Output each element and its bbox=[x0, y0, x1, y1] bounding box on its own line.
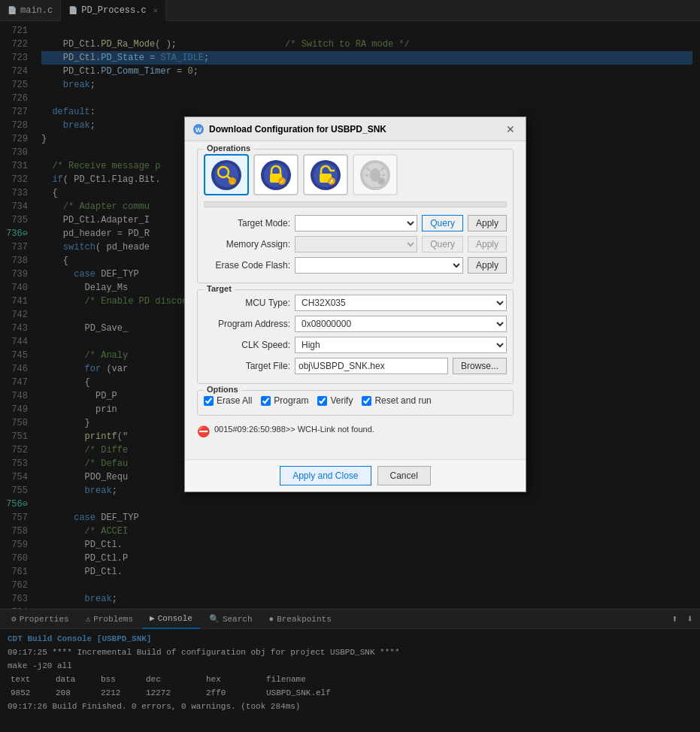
options-group: Options Erase All Program Verify Reset a… bbox=[197, 390, 514, 416]
op-button-search[interactable]: ↓ bbox=[204, 154, 249, 195]
clk-speed-row: CLK Speed: High Medium Low bbox=[204, 337, 507, 353]
dialog-title-text: Download Configuration for USBPD_SNK bbox=[209, 124, 503, 135]
mcu-type-row: MCU Type: CH32X035 bbox=[204, 295, 507, 311]
verify-checkbox-label[interactable]: Verify bbox=[317, 395, 353, 406]
program-address-select[interactable]: 0x08000000 bbox=[295, 316, 507, 332]
svg-text:✓: ✓ bbox=[280, 179, 284, 184]
verify-checkbox[interactable] bbox=[317, 396, 327, 406]
reset-and-run-checkbox-label[interactable]: Reset and run bbox=[362, 395, 431, 406]
op-button-bug bbox=[353, 154, 398, 195]
status-error-icon: ⛔ bbox=[197, 425, 210, 437]
target-mode-select[interactable] bbox=[295, 215, 417, 231]
clk-speed-select[interactable]: High Medium Low bbox=[295, 337, 507, 353]
erase-all-checkbox[interactable] bbox=[204, 396, 214, 406]
memory-assign-label: Memory Assign: bbox=[204, 239, 290, 250]
cancel-button[interactable]: Cancel bbox=[377, 466, 431, 485]
target-group: Target MCU Type: CH32X035 Program Addres… bbox=[197, 289, 514, 384]
dialog-footer: Apply and Close Cancel bbox=[185, 459, 526, 492]
svg-text:W: W bbox=[195, 126, 202, 134]
dialog-close-button[interactable]: ✕ bbox=[503, 122, 518, 137]
download-config-dialog: W Download Configuration for USBPD_SNK ✕… bbox=[184, 116, 526, 492]
operations-label: Operations bbox=[204, 144, 253, 153]
target-mode-row: Target Mode: Query Apply bbox=[204, 215, 507, 231]
progress-bar-container bbox=[204, 201, 507, 207]
svg-text:✗: ✗ bbox=[329, 179, 334, 184]
memory-assign-apply-button: Apply bbox=[468, 236, 507, 253]
svg-text:↓: ↓ bbox=[231, 179, 234, 184]
erase-all-checkbox-label[interactable]: Erase All bbox=[204, 395, 252, 406]
target-label: Target bbox=[204, 284, 235, 293]
target-file-input[interactable] bbox=[295, 358, 448, 374]
program-address-label: Program Address: bbox=[204, 319, 290, 329]
dialog-titlebar: W Download Configuration for USBPD_SNK ✕ bbox=[185, 117, 526, 141]
erase-code-flash-row: Erase Code Flash: Apply bbox=[204, 257, 507, 274]
program-address-row: Program Address: 0x08000000 bbox=[204, 316, 507, 332]
erase-code-flash-select[interactable] bbox=[295, 257, 463, 274]
target-mode-apply-button[interactable]: Apply bbox=[468, 215, 507, 231]
reset-and-run-checkbox[interactable] bbox=[362, 396, 371, 406]
op-button-lock[interactable]: ✓ bbox=[253, 154, 298, 195]
apply-and-close-button[interactable]: Apply and Close bbox=[280, 466, 371, 485]
op-button-unlock[interactable]: ✗ bbox=[303, 154, 348, 195]
dialog-title-icon: W bbox=[192, 123, 205, 135]
options-label: Options bbox=[204, 385, 241, 394]
memory-assign-select bbox=[295, 236, 417, 253]
target-mode-query-button[interactable]: Query bbox=[422, 215, 463, 231]
program-checkbox[interactable] bbox=[261, 396, 271, 406]
target-file-label: Target File: bbox=[204, 361, 290, 371]
operations-icons: ↓ ✓ bbox=[204, 154, 507, 195]
erase-code-flash-label: Erase Code Flash: bbox=[204, 260, 290, 271]
mcu-type-label: MCU Type: bbox=[204, 298, 290, 308]
browse-button[interactable]: Browse... bbox=[453, 358, 507, 374]
target-file-row: Target File: Browse... bbox=[204, 358, 507, 374]
options-checkboxes: Erase All Program Verify Reset and run bbox=[204, 395, 507, 406]
operations-group: Operations ↓ bbox=[197, 149, 514, 283]
mcu-type-select[interactable]: CH32X035 bbox=[295, 295, 507, 311]
memory-assign-row: Memory Assign: Query Apply bbox=[204, 236, 507, 253]
status-message: 0015#09:26:50:988>> WCH-Link not found. bbox=[214, 425, 514, 434]
status-area: ⛔ 0015#09:26:50:988>> WCH-Link not found… bbox=[197, 422, 514, 452]
memory-assign-query-button: Query bbox=[422, 236, 463, 253]
target-mode-label: Target Mode: bbox=[204, 218, 290, 228]
dialog-body: Operations ↓ bbox=[185, 141, 526, 459]
clk-speed-label: CLK Speed: bbox=[204, 340, 290, 350]
program-checkbox-label[interactable]: Program bbox=[261, 395, 308, 406]
erase-code-flash-apply-button[interactable]: Apply bbox=[468, 257, 507, 274]
